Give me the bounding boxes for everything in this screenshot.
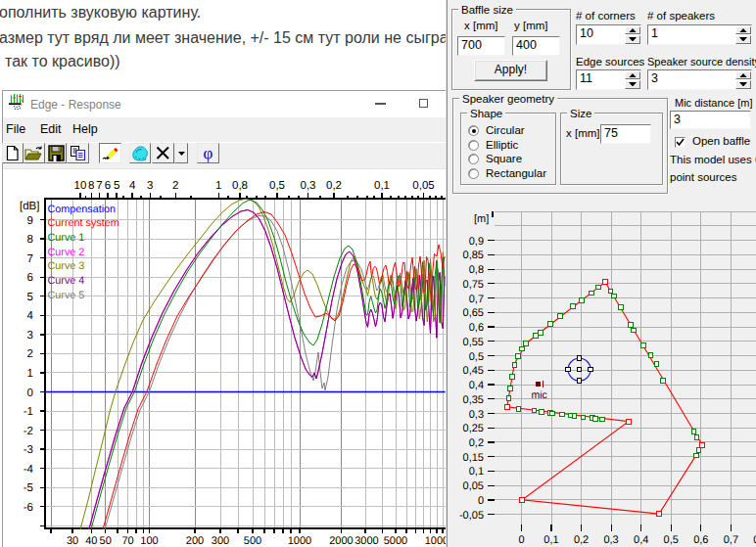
- svg-text:5: 5: [114, 180, 119, 192]
- svg-text:0,3: 0,3: [469, 409, 484, 421]
- svg-text:0,4: 0,4: [469, 380, 484, 391]
- svg-text:300: 300: [212, 535, 229, 547]
- svg-text:-2: -2: [24, 426, 33, 437]
- svg-text:10000: 10000: [425, 535, 455, 547]
- svg-text:[dB]: [dB]: [20, 201, 39, 212]
- svg-text:0,5: 0,5: [469, 351, 484, 363]
- svg-text:0,75: 0,75: [463, 279, 484, 291]
- svg-text:0,5: 0,5: [269, 180, 285, 192]
- svg-text:0,35: 0,35: [463, 394, 484, 406]
- svg-text:500: 500: [244, 535, 261, 547]
- svg-text:0,5: 0,5: [664, 534, 679, 546]
- svg-text:0,2: 0,2: [326, 180, 342, 192]
- svg-text:0: 0: [478, 495, 484, 507]
- svg-text:2000: 2000: [329, 535, 353, 547]
- svg-text:0,6: 0,6: [469, 322, 484, 334]
- svg-text:Compensation: Compensation: [48, 204, 117, 215]
- svg-text:mic: mic: [532, 389, 547, 401]
- svg-text:-3: -3: [24, 444, 33, 456]
- svg-text:3000: 3000: [354, 535, 378, 547]
- svg-text:0,55: 0,55: [463, 337, 484, 348]
- svg-text:0,1: 0,1: [543, 534, 558, 546]
- svg-text:0,9: 0,9: [469, 236, 484, 248]
- svg-text:-6: -6: [24, 502, 33, 514]
- svg-text:-4: -4: [24, 464, 34, 476]
- svg-text:6: 6: [105, 180, 111, 192]
- svg-text:3: 3: [147, 180, 153, 192]
- svg-text:[m]: [m]: [474, 213, 489, 225]
- svg-text:2: 2: [27, 348, 33, 360]
- svg-text:5: 5: [27, 292, 33, 303]
- svg-text:10: 10: [74, 180, 87, 192]
- svg-text:0,6: 0,6: [693, 534, 708, 546]
- svg-text:0,3: 0,3: [301, 180, 316, 192]
- svg-text:200: 200: [186, 535, 204, 547]
- svg-text:6: 6: [27, 272, 33, 284]
- svg-text:0: 0: [27, 387, 33, 399]
- svg-text:-1: -1: [24, 406, 33, 418]
- svg-text:30: 30: [67, 535, 78, 547]
- svg-text:Current system: Current system: [48, 217, 119, 229]
- svg-text:70: 70: [121, 535, 133, 547]
- svg-text:9: 9: [27, 215, 33, 227]
- svg-text:0,1: 0,1: [469, 466, 484, 478]
- svg-text:0,4: 0,4: [634, 534, 648, 546]
- svg-text:1: 1: [27, 368, 33, 380]
- svg-text:0,1: 0,1: [374, 180, 390, 192]
- svg-text:0,05: 0,05: [412, 180, 434, 192]
- svg-text:8: 8: [88, 180, 94, 192]
- svg-text:0,85: 0,85: [463, 250, 484, 261]
- svg-text:0,05: 0,05: [463, 480, 484, 492]
- svg-text:0,45: 0,45: [463, 365, 484, 377]
- svg-text:0,2: 0,2: [469, 437, 484, 449]
- svg-text:0: 0: [518, 534, 524, 546]
- svg-text:Curve 3: Curve 3: [48, 260, 85, 272]
- svg-text:0,7: 0,7: [724, 534, 738, 546]
- svg-text:0,8: 0,8: [232, 180, 248, 192]
- svg-text:1000: 1000: [288, 535, 311, 547]
- svg-text:7: 7: [27, 253, 33, 265]
- svg-text:Curve 5: Curve 5: [48, 290, 85, 301]
- svg-text:0,2: 0,2: [574, 534, 589, 546]
- svg-text:7: 7: [96, 180, 102, 192]
- svg-text:2: 2: [172, 180, 178, 192]
- svg-text:4: 4: [27, 310, 34, 322]
- svg-text:50: 50: [100, 535, 112, 547]
- svg-text:0,3: 0,3: [603, 534, 618, 546]
- svg-text:100: 100: [140, 535, 158, 547]
- svg-text:1: 1: [215, 180, 221, 192]
- svg-text:0,7: 0,7: [469, 294, 484, 305]
- svg-text:0,15: 0,15: [463, 452, 484, 464]
- svg-text:Curve 2: Curve 2: [48, 247, 85, 258]
- svg-text:-5: -5: [24, 482, 33, 494]
- svg-text:0,65: 0,65: [463, 307, 484, 319]
- svg-text:5000: 5000: [384, 535, 407, 547]
- svg-text:4: 4: [129, 180, 136, 192]
- svg-text:Curve 1: Curve 1: [48, 232, 85, 244]
- svg-text:0,8: 0,8: [469, 264, 484, 276]
- svg-text:-0,05: -0,05: [459, 510, 484, 522]
- svg-text:40: 40: [85, 535, 97, 547]
- svg-text:0,25: 0,25: [463, 423, 484, 434]
- svg-text:8: 8: [27, 234, 33, 246]
- svg-text:Curve 4: Curve 4: [48, 275, 85, 287]
- svg-text:3: 3: [27, 330, 33, 342]
